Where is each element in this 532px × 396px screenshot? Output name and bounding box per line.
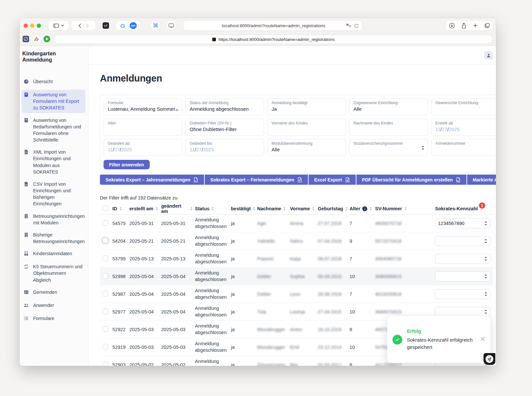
minimize-window-button[interactable] [30,24,34,28]
column-header-status[interactable]: Status [195,206,231,211]
sokrates-kennzahl-input[interactable] [435,254,490,264]
list-icon [24,316,29,323]
export-button-sokrates-export-ferienanmeldungen[interactable]: Sokrates Export – Ferienanmeldungen [205,175,308,185]
filter-field-erstellt-ab[interactable]: Erstellt ab11/27/2025 [431,119,496,136]
row-checkbox[interactable] [103,291,108,296]
cell-created-at: 2025-05-03 [129,345,161,350]
translate-icon [346,23,352,28]
cell-lastname: Agic [257,221,290,226]
row-checkbox[interactable] [103,326,108,332]
sidebar-item-anwender[interactable]: Anwender [22,300,86,311]
column-header-id[interactable]: ID [112,206,129,211]
back-button[interactable] [78,23,82,28]
symfony-toolbar-toggle[interactable]: sf [484,353,495,365]
success-check-icon [392,335,402,345]
filter-field-vorname-des-kindes[interactable]: Vorname des Kindes [267,119,346,136]
sidebar-item-bisherige-betreuungseinrichtungen[interactable]: Bisherige Betreuungseinrichtungen [22,230,86,246]
column-header-bestaetigt[interactable]: bestätigt [231,206,257,211]
sidebar-item-auswertung-bedarfsmeldungen[interactable]: Auswertung von Bedarfsmeldungen und Form… [22,115,86,145]
filter-field-alter[interactable]: Alter [104,119,182,136]
filter-field-anmeldung-bestaetigt[interactable]: Anmeldung bestätigtJa [267,98,346,115]
tabs-overview-button[interactable] [484,23,490,28]
export-button-excel-export[interactable]: Excel Export [309,175,356,185]
apply-filter-button[interactable]: Filter anwenden [104,160,150,169]
nav-buttons [71,21,96,30]
favorite-site-2[interactable] [32,35,41,43]
column-header-erstellt-am[interactable]: erstellt am [129,206,161,211]
row-checkbox[interactable] [103,255,108,261]
page-url-bar[interactable]: https://localhost:8000/admin?routeName=a… [54,35,493,44]
column-label: Alter [350,206,360,211]
stepper-icon [484,238,487,244]
column-header-sokrates-kennzahl[interactable]: Sokrates-Kennzahl1 [423,206,493,211]
sokrates-kennzahl-input[interactable] [435,236,490,246]
column-header-geaendert-am[interactable]: geändert am [161,203,195,214]
sidebar-item-xml-import[interactable]: XML Import von Einrichtungen und Modulen… [22,147,86,177]
address-bar[interactable]: localhost:8000/admin?routeName=admin_reg… [183,21,362,30]
cell-modified-at: 2025-05-04 [161,292,195,297]
filter-field-status-der-anmeldung[interactable]: Status der AnmeldungAnmeldung abgeschlos… [185,98,264,115]
extension-adblock-button[interactable]: ABP [130,22,137,29]
toast-close-button[interactable] [480,336,485,343]
filter-field-zugewiesene-einrichtung[interactable]: Zugewiesene EinrichtungAlle [349,98,428,115]
sokrates-kennzahl-input[interactable]: 1234567890 [435,218,490,228]
row-checkbox[interactable] [103,273,108,279]
downloads-button[interactable] [449,23,455,29]
close-window-button[interactable] [24,24,28,28]
sidebar-item-k5-abgleich[interactable]: K5 Steuernummern und Objektnummern Abgle… [22,262,86,285]
export-button-pdf-uebersicht-fuer-anmeldungen-erstellen[interactable]: PDF Übersicht für Anmeldungen erstellenP… [356,175,466,185]
sidebar-item-kinderstammdaten[interactable]: Kinderstammdaten [22,249,86,259]
filter-field-formular[interactable]: FormularLustenau, Anmeldung Sommer... [104,98,182,115]
sokrates-kennzahl-input[interactable] [435,272,490,281]
sidebar-item-betreuungseinrichtungen-mit-modulen[interactable]: Betreuungseinrichtungen mit Modulen [22,211,86,228]
row-checkbox[interactable] [103,220,108,226]
favorite-site-3[interactable] [43,35,51,43]
filter-field-anmeldenummer[interactable]: Anmeldenummer [431,139,496,156]
site1-icon [22,35,29,43]
filter-field-dubletten-filter-sv-nr[interactable]: Dubletten Filter (SV-Nr.)Ohne Dubletten-… [185,119,264,136]
row-checkbox[interactable] [103,238,108,243]
share-button[interactable] [461,23,466,29]
filter-field-gewuenschte-einrichtung[interactable]: Gewünschte Einrichtung [431,98,496,115]
column-label: erstellt am [129,206,153,211]
sidebar-item-formulare[interactable]: Formulare [22,313,86,324]
sidebar-item-uebersicht[interactable]: Übersicht [22,77,86,87]
sidebar-item-csv-import[interactable]: CSVCSV Import von Einrichtungen und bish… [22,179,86,209]
favorite-site-1[interactable] [22,35,30,43]
display-button[interactable] [166,21,176,30]
row-checkbox[interactable] [103,362,108,366]
symfony-logo-icon: sf [485,355,493,363]
filter-field-geaendert-bis[interactable]: Geändert bis11/27/2025 [185,139,264,156]
sidebar-toggle-button[interactable] [48,21,69,30]
export-button-sokrates-export-jahresanmeldungen[interactable]: Sokrates Export – Jahresanmeldungencsv [100,175,204,185]
extension-debug-button[interactable] [120,23,126,29]
new-tab-button[interactable] [473,23,478,28]
filter-value: Alle [272,147,342,152]
filter-field-sozialversicherungsnummer[interactable]: Sozialversicherungsnummer [349,139,428,156]
sokrates-kennzahl-input[interactable] [435,289,490,299]
export-button-label: PDF Übersicht für Anmeldungen erstellen [362,177,453,182]
column-header-geburtstag[interactable]: Geburtstag [318,206,350,211]
export-button-markierte-anmeldungen-editieren[interactable]: Markierte Anmeldungen editieren [467,175,496,185]
extension-languagetool-button[interactable]: LT [101,21,111,30]
forward-button[interactable] [86,23,89,28]
column-label: Geburtstag [318,206,343,211]
select-all-checkbox[interactable] [103,205,108,211]
sidebar-item-gemeinden[interactable]: Gemeinden [22,287,86,298]
filter-field-geaendert-ab[interactable]: Geändert ab11/27/2025 [104,139,182,156]
column-header-alter[interactable]: Alteri [350,206,375,211]
filter-field-moduluebereinstimmung[interactable]: ModulübereinstimmungAlle [267,139,346,156]
column-header-vorname[interactable]: Vorname [290,206,318,211]
row-checkbox[interactable] [103,309,108,314]
column-header-nachname[interactable]: Nachname [257,206,290,211]
filter-field-nachname-des-kindes[interactable]: Nachname des Kindes [349,119,428,136]
cell-created-at: 2025-05-04 [129,309,161,314]
row-checkbox[interactable] [103,344,108,349]
sidebar-item-auswertung-formulare-sokrates[interactable]: Auswertung von Formularen mit Export zu … [22,90,86,113]
sokrates-kennzahl-input[interactable] [435,307,490,317]
reload-button[interactable] [354,23,359,28]
zoom-window-button[interactable] [37,24,41,28]
extension-command-button[interactable]: ⌘ [151,21,161,30]
column-header-sv-nummer[interactable]: SV-Nummer [375,206,423,211]
user-menu-button[interactable] [484,51,493,60]
